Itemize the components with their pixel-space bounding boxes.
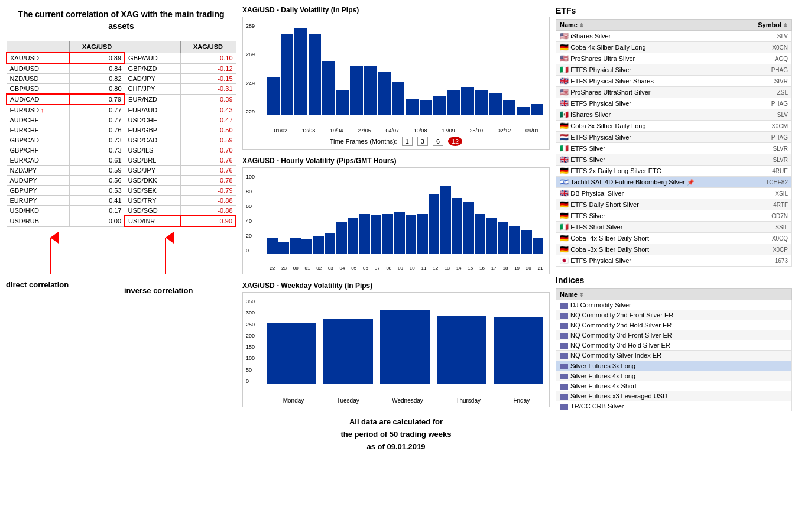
hourly-bar xyxy=(313,236,324,254)
col1-value-header: XAG/USD xyxy=(69,41,125,53)
timeframes-label: Time Frames (Months): xyxy=(330,138,397,145)
y-label: 200 xyxy=(246,333,267,339)
index-name: NQ Commodity Silver Index ER xyxy=(556,351,792,361)
etf-name: 🇺🇸 iShares Silver xyxy=(556,31,742,42)
etf-symbol: SLV xyxy=(742,31,792,42)
etf-symbol: SIVR xyxy=(742,76,792,87)
x-label: 09 xyxy=(398,265,403,271)
y-label: 350 xyxy=(246,299,267,304)
daily-bar xyxy=(309,34,322,115)
etf-name: 🇬🇧 ETFS Physical Silver Shares xyxy=(556,76,742,87)
middle-panel: XAG/USD - Daily Volatility (In Pips) 289… xyxy=(242,6,550,526)
direct-arrow xyxy=(41,233,59,280)
index-name: NQ Commodity 3rd Front Silver ER xyxy=(556,330,792,340)
hourly-bar xyxy=(325,233,336,254)
hourly-chart-container: 100 80 60 40 20 0 2223000102030405060708… xyxy=(242,167,550,274)
x-label: 12/03 xyxy=(302,128,316,134)
etf-name: 🇩🇪 Coba -4x Silber Daily Short xyxy=(556,233,742,244)
index-icon xyxy=(560,333,568,339)
weekday-volatility-section: XAG/USD - Weekday Volatility (In Pips) 3… xyxy=(242,281,550,407)
x-label: 00 xyxy=(293,265,299,271)
etf-symbol: X0CM xyxy=(742,121,792,132)
correlation-table: XAG/USD XAG/USD XAU/USD0.89GBP/AUD-0.10A… xyxy=(6,41,236,227)
etf-symbol: X0CQ xyxy=(742,233,792,244)
col2-value-header: XAG/USD xyxy=(180,41,236,53)
etf-name: 🇩🇪 ETFS 2x Daily Long Silver ETC xyxy=(556,166,742,177)
inverse-correlation-label: inverse correlation xyxy=(124,286,193,295)
index-icon xyxy=(560,364,568,369)
etf-name: 🇺🇸 ProShares UltraShort Silver xyxy=(556,87,742,98)
etf-symbol: SSIL xyxy=(742,222,792,233)
x-label: 13 xyxy=(445,265,450,271)
tf-1-button[interactable]: 1 xyxy=(402,137,413,146)
y-label: 300 xyxy=(246,310,267,316)
y-label: 40 xyxy=(246,218,267,224)
x-label: 17/09 xyxy=(442,128,455,134)
timeframes-row: Time Frames (Months): 1 3 6 12 xyxy=(246,137,546,146)
daily-bar xyxy=(420,100,433,115)
weekday-bar xyxy=(437,316,486,384)
index-name: DJ Commodity Silver xyxy=(556,300,792,310)
hourly-bar xyxy=(486,218,497,254)
etf-symbol: TCHF82 xyxy=(742,177,792,188)
hourly-bar xyxy=(267,238,278,254)
etf-name: 🇮🇱 Tachlit SAL 4D Future Bloomberg Silve… xyxy=(556,177,742,188)
etf-symbol: XSIL xyxy=(742,188,792,199)
hourly-bar xyxy=(475,214,486,254)
etf-name: 🇮🇹 ETFS Physical Silver xyxy=(556,64,742,76)
daily-bar xyxy=(322,61,335,115)
x-label: 16 xyxy=(479,265,485,271)
footnote: All data are calculated forthe period of… xyxy=(242,416,550,453)
index-name: Silver Futures 4x Short xyxy=(556,381,792,391)
hourly-bar xyxy=(429,194,440,254)
etf-symbol: 1673 xyxy=(742,255,792,267)
etfs-table: Name ⇕ Symbol ⇕ 🇺🇸 iShares SilverSLV🇩🇪 C… xyxy=(556,19,792,267)
daily-bar xyxy=(267,77,280,115)
hourly-bar xyxy=(521,230,532,254)
index-name: TR/CC CRB Silver xyxy=(556,401,792,411)
index-icon xyxy=(560,323,568,329)
etf-symbol: PHAG xyxy=(742,98,792,109)
x-label: 02/12 xyxy=(498,128,511,134)
index-name: Silver Futures x3 Leveraged USD xyxy=(556,391,792,401)
hourly-bar xyxy=(417,214,428,254)
daily-bar xyxy=(294,28,307,115)
index-icon xyxy=(560,313,568,319)
y-label: 80 xyxy=(246,189,267,194)
y-label: 249 xyxy=(246,80,267,86)
x-label: 10 xyxy=(410,265,415,271)
etf-name: 🇩🇪 Coba 4x Silber Daily Long xyxy=(556,42,742,53)
etf-name: 🇬🇧 ETFS Physical Silver xyxy=(556,98,742,109)
y-label: 269 xyxy=(246,51,267,57)
x-label: 27/05 xyxy=(358,128,371,134)
x-label: 05 xyxy=(351,265,356,271)
y-label: 229 xyxy=(246,109,267,115)
y-label: 289 xyxy=(246,23,267,29)
weekday-chart-container: 350 300 250 200 150 100 50 0 MondayTuesd… xyxy=(242,292,550,407)
x-label: 19 xyxy=(514,265,520,271)
y-label: 100 xyxy=(246,174,267,180)
indices-table: Name ⇕ DJ Commodity SilverNQ Commodity 2… xyxy=(556,288,792,411)
etf-symbol: PHAG xyxy=(742,64,792,76)
index-name: NQ Commodity 2nd Hold Silver ER xyxy=(556,320,792,330)
etf-name: 🇬🇧 DB Physical Silver xyxy=(556,188,742,199)
daily-chart-title: XAG/USD - Daily Volatility (In Pips) xyxy=(242,6,550,14)
x-label: 04/07 xyxy=(386,128,400,134)
col1-pair-header xyxy=(7,41,69,53)
index-icon xyxy=(560,394,568,400)
x-label: 21 xyxy=(538,265,543,271)
index-icon xyxy=(560,404,568,410)
x-label: 19/04 xyxy=(330,128,343,134)
y-label: 60 xyxy=(246,203,267,209)
tf-12-button[interactable]: 12 xyxy=(448,137,462,146)
tf-3-button[interactable]: 3 xyxy=(417,137,428,146)
x-label: 07 xyxy=(375,265,380,271)
x-label: 09/01 xyxy=(525,128,539,134)
etf-symbol: SLVR xyxy=(742,154,792,166)
hourly-bar xyxy=(463,202,474,254)
etf-symbol: 4RTF xyxy=(742,199,792,210)
hourly-bar xyxy=(394,212,405,254)
x-label: 20 xyxy=(526,265,531,271)
tf-6-button[interactable]: 6 xyxy=(433,137,443,146)
hourly-bar xyxy=(278,242,290,254)
